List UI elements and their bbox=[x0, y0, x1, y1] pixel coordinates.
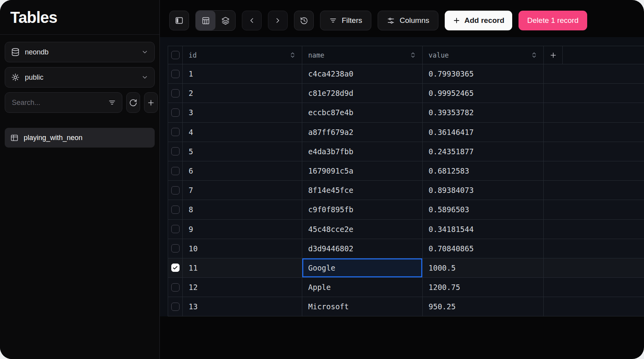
refresh-button[interactable] bbox=[126, 92, 140, 113]
cell-id[interactable]: 8 bbox=[183, 200, 302, 219]
cell-value[interactable]: 0.24351877 bbox=[423, 142, 544, 161]
cell-name[interactable]: e4da3b7fbb bbox=[302, 142, 423, 161]
row-check-cell bbox=[168, 84, 183, 103]
row-check-cell bbox=[168, 181, 183, 200]
grid-view-button[interactable] bbox=[196, 11, 215, 30]
table-row: 5 e4da3b7fbb 0.24351877 bbox=[168, 142, 644, 161]
cell-value[interactable]: 0.89384073 bbox=[423, 181, 544, 200]
row-checkbox[interactable] bbox=[171, 283, 180, 292]
add-column-button[interactable] bbox=[544, 46, 563, 64]
row-checkbox[interactable] bbox=[171, 89, 180, 97]
row-checkbox[interactable] bbox=[171, 225, 180, 233]
cell-id[interactable]: 5 bbox=[183, 142, 302, 161]
table-row: 11 Google 1000.5 bbox=[168, 258, 644, 278]
cell-value[interactable]: 1000.5 bbox=[423, 258, 544, 277]
columns-button[interactable]: Columns bbox=[378, 11, 438, 30]
row-checkbox[interactable] bbox=[171, 186, 180, 194]
cell-id[interactable]: 1 bbox=[183, 64, 302, 83]
cell-value[interactable]: 0.39353782 bbox=[423, 103, 544, 122]
cell-name[interactable]: a87ff679a2 bbox=[302, 123, 423, 142]
cell-value[interactable]: 950.25 bbox=[423, 297, 544, 316]
column-header-name-label: name bbox=[308, 51, 324, 59]
database-selector[interactable]: neondb bbox=[5, 42, 155, 62]
filters-button[interactable]: Filters bbox=[320, 11, 371, 30]
column-header-id[interactable]: id bbox=[183, 46, 302, 64]
grid-area: id name value bbox=[160, 37, 644, 316]
search-input[interactable] bbox=[11, 98, 104, 107]
history-button[interactable] bbox=[294, 11, 314, 30]
cell-value[interactable]: 1200.75 bbox=[423, 278, 544, 297]
row-check-cell bbox=[168, 142, 183, 161]
cell-id[interactable]: 3 bbox=[183, 103, 302, 122]
cell-value[interactable]: 0.5896503 bbox=[423, 200, 544, 219]
row-checkbox[interactable] bbox=[171, 147, 180, 155]
next-page-button[interactable] bbox=[268, 11, 288, 30]
data-grid: id name value bbox=[168, 46, 644, 316]
row-checkbox[interactable] bbox=[171, 303, 180, 311]
cell-name[interactable]: Google bbox=[302, 258, 423, 277]
sort-icon[interactable] bbox=[410, 52, 416, 58]
schema-selector[interactable]: public bbox=[5, 67, 155, 88]
cell-id[interactable]: 10 bbox=[183, 239, 302, 258]
cell-name[interactable]: Apple bbox=[302, 278, 423, 297]
delete-records-button[interactable]: Delete 1 record bbox=[519, 11, 587, 30]
filter-lines-icon bbox=[108, 99, 116, 107]
cell-name[interactable]: 45c48cce2e bbox=[302, 220, 423, 239]
cell-name[interactable]: Microsoft bbox=[302, 297, 423, 316]
table-row: 9 45c48cce2e 0.34181544 bbox=[168, 220, 644, 239]
cell-value[interactable]: 0.34181544 bbox=[423, 220, 544, 239]
row-checkbox[interactable] bbox=[171, 206, 180, 214]
row-checkbox[interactable] bbox=[171, 264, 180, 272]
cell-name[interactable]: d3d9446802 bbox=[302, 239, 423, 258]
sort-icon[interactable] bbox=[531, 52, 537, 58]
delete-records-button-label: Delete 1 record bbox=[527, 16, 578, 24]
cell-id[interactable]: 12 bbox=[183, 278, 302, 297]
cell-id[interactable]: 13 bbox=[183, 297, 302, 316]
column-header-value[interactable]: value bbox=[423, 46, 544, 64]
row-checkbox[interactable] bbox=[171, 167, 180, 175]
cell-value[interactable]: 0.79930365 bbox=[423, 64, 544, 83]
cell-value[interactable]: 0.36146417 bbox=[423, 123, 544, 142]
cell-id[interactable]: 9 bbox=[183, 220, 302, 239]
cell-name[interactable]: 1679091c5a bbox=[302, 161, 423, 180]
row-checkbox[interactable] bbox=[171, 244, 180, 252]
add-table-button[interactable] bbox=[144, 92, 158, 113]
app-window: Tables neondb public bbox=[0, 0, 644, 359]
cell-name[interactable]: c81e728d9d bbox=[302, 84, 423, 103]
row-checkbox[interactable] bbox=[171, 108, 180, 117]
cell-id[interactable]: 4 bbox=[183, 123, 302, 142]
cell-id[interactable]: 6 bbox=[183, 161, 302, 180]
sort-icon[interactable] bbox=[289, 52, 296, 58]
cell-value[interactable]: 0.6812583 bbox=[423, 161, 544, 180]
cell-id[interactable]: 2 bbox=[183, 84, 302, 103]
chevron-down-icon bbox=[141, 74, 148, 81]
cell-id[interactable]: 11 bbox=[183, 258, 302, 277]
row-check-cell bbox=[168, 161, 183, 180]
tables-list: playing_with_neon bbox=[5, 128, 155, 148]
cell-id[interactable]: 7 bbox=[183, 181, 302, 200]
sidebar-header: Tables bbox=[0, 0, 159, 35]
cell-name[interactable]: eccbc87e4b bbox=[302, 103, 423, 122]
layers-view-button[interactable] bbox=[215, 11, 235, 30]
table-icon bbox=[10, 134, 19, 142]
table-row: 2 c81e728d9d 0.99952465 bbox=[168, 84, 644, 103]
plus-icon bbox=[549, 51, 557, 59]
view-toggle bbox=[195, 10, 236, 31]
cell-name[interactable]: c9f0f895fb bbox=[302, 200, 423, 219]
row-check-cell bbox=[168, 103, 183, 122]
cell-name[interactable]: 8f14e45fce bbox=[302, 181, 423, 200]
cell-name[interactable]: c4ca4238a0 bbox=[302, 64, 423, 83]
collapse-sidebar-button[interactable] bbox=[169, 11, 189, 30]
cell-value[interactable]: 0.99952465 bbox=[423, 84, 544, 103]
column-header-name[interactable]: name bbox=[302, 46, 423, 64]
add-record-button[interactable]: Add record bbox=[445, 11, 512, 30]
row-checkbox[interactable] bbox=[171, 128, 180, 136]
row-checkbox[interactable] bbox=[171, 70, 180, 78]
sidebar-item-playing-with-neon[interactable]: playing_with_neon bbox=[5, 128, 155, 148]
layers-icon bbox=[221, 17, 230, 25]
table-row: 4 a87ff679a2 0.36146417 bbox=[168, 123, 644, 142]
table-row: 12 Apple 1200.75 bbox=[168, 278, 644, 297]
select-all-checkbox[interactable] bbox=[171, 51, 180, 59]
cell-value[interactable]: 0.70840865 bbox=[423, 239, 544, 258]
prev-page-button[interactable] bbox=[242, 11, 262, 30]
